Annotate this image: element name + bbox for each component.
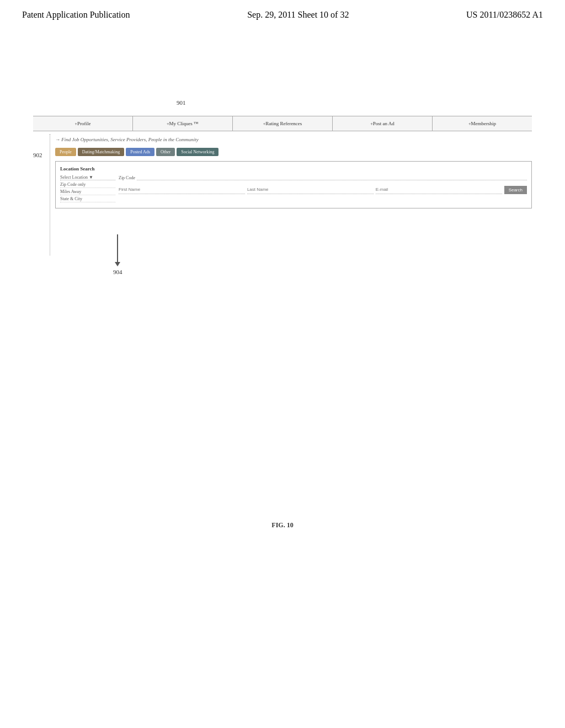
tab-other[interactable]: Other — [156, 148, 175, 156]
nav-label-membership: Membership — [471, 121, 497, 126]
zip-label: Zip Code — [119, 175, 135, 180]
nav-bar: + Profile + My Cliques ™ + Rating Refere… — [33, 116, 532, 131]
email-input[interactable] — [376, 185, 502, 194]
nav-item-post-ad[interactable]: + Post an Ad — [333, 116, 433, 131]
border-decoration — [50, 134, 50, 255]
tab-social-networking[interactable]: Social Networking — [177, 148, 218, 156]
nav-label-post-ad: Post an Ad — [373, 121, 395, 126]
label-901: 901 — [177, 99, 186, 106]
nav-item-membership[interactable]: + Membership — [433, 116, 532, 131]
search-button[interactable]: Search — [504, 186, 527, 194]
tab-people[interactable]: People — [55, 148, 76, 156]
label-904: 904 — [113, 269, 122, 275]
option-miles-away[interactable]: Miles Away — [60, 189, 115, 195]
arrow-head — [115, 262, 120, 266]
nav-label-cliques: My Cliques ™ — [169, 121, 199, 126]
zip-input[interactable] — [137, 175, 527, 180]
nav-label-rating: Rating References — [265, 121, 302, 126]
tab-posted-ads[interactable]: Posted Ads — [126, 148, 154, 156]
option-zip-code-only[interactable]: Zip Code only — [60, 182, 115, 188]
fig-caption: FIG. 10 — [0, 521, 565, 529]
location-search-title: Location Search — [60, 166, 527, 172]
zip-field-row: Zip Code — [119, 175, 527, 180]
nav-item-rating[interactable]: + Rating References — [233, 116, 333, 131]
header-center: Sep. 29, 2011 Sheet 10 of 32 — [247, 10, 349, 20]
arrow-line — [117, 234, 118, 262]
location-fields: Zip Code Search — [119, 175, 527, 194]
nav-item-cliques[interactable]: + My Cliques ™ — [133, 116, 233, 131]
tab-dating[interactable]: Dating/Matchmaking — [78, 148, 124, 156]
location-row: Select Location ▼ Zip Code only Miles Aw… — [60, 175, 527, 204]
header-right: US 2011/0238652 A1 — [466, 10, 543, 20]
location-left-panel: Select Location ▼ Zip Code only Miles Aw… — [60, 175, 115, 204]
header-left: Patent Application Publication — [22, 10, 130, 20]
select-location-dropdown[interactable]: Select Location ▼ — [60, 175, 115, 180]
sub-tabs: People Dating/Matchmaking Posted Ads Oth… — [55, 148, 532, 156]
last-name-input[interactable] — [247, 185, 374, 194]
nav-item-profile[interactable]: + Profile — [33, 116, 133, 131]
search-bar-text: → Find Job Opportunities, Service Provid… — [55, 137, 532, 142]
location-search-box: Location Search Select Location ▼ Zip Co… — [55, 161, 532, 208]
arrow-area-904: 904 — [113, 234, 122, 275]
nav-label-profile: Profile — [77, 121, 91, 126]
label-902: 902 — [33, 152, 42, 158]
first-name-input[interactable] — [119, 185, 245, 194]
page-header: Patent Application Publication Sep. 29, … — [0, 0, 565, 25]
option-state-city[interactable]: State & City — [60, 196, 115, 202]
name-email-row: Search — [119, 185, 527, 194]
